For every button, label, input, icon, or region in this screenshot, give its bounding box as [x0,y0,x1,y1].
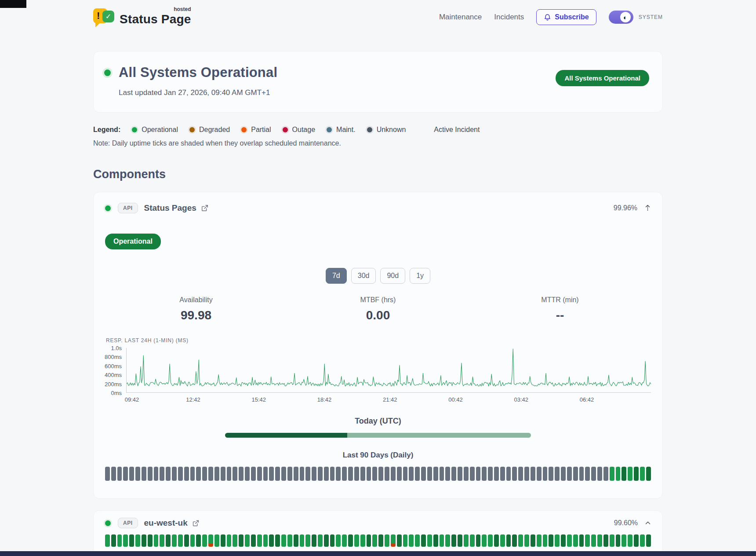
uptime-tick[interactable] [494,467,499,481]
uptime-tick[interactable] [318,467,323,481]
uptime-tick[interactable] [135,534,140,547]
external-link-icon[interactable] [201,204,209,212]
uptime-tick[interactable] [287,467,292,481]
uptime-tick[interactable] [567,534,572,547]
uptime-tick[interactable] [634,534,639,547]
uptime-tick[interactable] [579,467,584,481]
uptime-tick[interactable] [561,534,566,547]
collapse-arrow-icon[interactable] [644,204,651,212]
uptime-tick[interactable] [512,467,517,481]
uptime-tick[interactable] [300,534,305,547]
uptime-tick[interactable] [421,467,426,481]
uptime-tick[interactable] [105,534,110,547]
uptime-tick[interactable] [294,534,298,547]
uptime-tick[interactable] [476,534,481,547]
uptime-tick[interactable] [239,534,244,547]
uptime-tick[interactable] [372,534,377,547]
uptime-tick[interactable] [531,534,535,547]
uptime-tick[interactable] [336,534,341,547]
uptime-tick[interactable] [591,467,596,481]
uptime-tick[interactable] [227,534,232,547]
uptime-tick[interactable] [524,534,529,547]
uptime-tick[interactable] [318,534,323,547]
uptime-tick[interactable] [549,534,553,547]
uptime-tick[interactable] [135,467,140,481]
uptime-tick[interactable] [123,467,128,481]
uptime-tick[interactable] [646,467,651,481]
uptime-tick[interactable] [537,534,542,547]
uptime-tick[interactable] [233,467,237,481]
uptime-tick[interactable] [427,467,432,481]
uptime-tick[interactable] [148,467,153,481]
uptime-tick[interactable] [464,467,469,481]
uptime-tick[interactable] [294,467,298,481]
uptime-tick[interactable] [427,534,432,547]
uptime-tick[interactable] [500,467,505,481]
uptime-tick[interactable] [476,467,481,481]
uptime-tick[interactable] [512,534,517,547]
uptime-tick[interactable] [634,467,639,481]
uptime-tick[interactable] [202,467,207,481]
uptime-tick[interactable] [378,534,383,547]
uptime-tick[interactable] [385,467,389,481]
uptime-tick[interactable] [555,534,560,547]
uptime-tick[interactable] [543,467,548,481]
uptime-tick[interactable] [524,467,529,481]
uptime-tick[interactable] [178,467,183,481]
uptime-tick[interactable] [348,534,353,547]
uptime-tick[interactable] [640,467,645,481]
logo[interactable]: ! ✓ Status Page hosted [93,7,191,27]
uptime-tick[interactable] [281,534,286,547]
uptime-tick[interactable] [628,534,632,547]
uptime-tick[interactable] [245,467,250,481]
uptime-tick[interactable] [585,467,590,481]
uptime-tick[interactable] [488,534,493,547]
uptime-tick[interactable] [269,534,274,547]
uptime-tick[interactable] [360,467,365,481]
uptime-tick[interactable] [397,467,402,481]
uptime-tick[interactable] [445,534,450,547]
uptime-tick[interactable] [440,467,444,481]
uptime-tick[interactable] [117,534,122,547]
uptime-tick[interactable] [312,534,316,547]
uptime-tick[interactable] [257,467,262,481]
uptime-tick[interactable] [105,467,110,481]
uptime-tick[interactable] [610,467,614,481]
uptime-ticks-eu-west-uk[interactable] [105,534,651,547]
uptime-tick[interactable] [275,467,280,481]
uptime-tick[interactable] [367,467,371,481]
expand-chevron-icon[interactable] [645,521,651,525]
uptime-tick[interactable] [111,534,116,547]
uptime-tick[interactable] [281,467,286,481]
uptime-tick[interactable] [440,534,444,547]
uptime-tick[interactable] [354,534,359,547]
uptime-tick[interactable] [154,534,159,547]
uptime-tick[interactable] [208,534,213,547]
uptime-tick[interactable] [561,467,566,481]
nav-maintenance[interactable]: Maintenance [439,13,482,22]
uptime-tick[interactable] [129,467,134,481]
uptime-tick[interactable] [409,534,414,547]
uptime-tick[interactable] [433,467,438,481]
uptime-tick[interactable] [208,467,213,481]
uptime-tick[interactable] [336,467,341,481]
uptime-tick[interactable] [123,534,128,547]
uptime-tick[interactable] [348,467,353,481]
uptime-tick[interactable] [342,534,347,547]
uptime-tick[interactable] [403,534,408,547]
uptime-tick[interactable] [518,467,523,481]
uptime-tick[interactable] [543,534,548,547]
uptime-tick[interactable] [372,467,377,481]
uptime-tick[interactable] [646,534,651,547]
uptime-tick[interactable] [190,534,195,547]
uptime-tick[interactable] [403,467,408,481]
uptime-tick[interactable] [233,534,237,547]
uptime-tick[interactable] [391,467,396,481]
uptime-tick[interactable] [415,534,420,547]
uptime-tick[interactable] [330,534,335,547]
uptime-tick[interactable] [172,534,177,547]
uptime-tick[interactable] [616,467,621,481]
uptime-tick[interactable] [354,467,359,481]
uptime-tick[interactable] [305,467,310,481]
uptime-tick[interactable] [312,467,316,481]
